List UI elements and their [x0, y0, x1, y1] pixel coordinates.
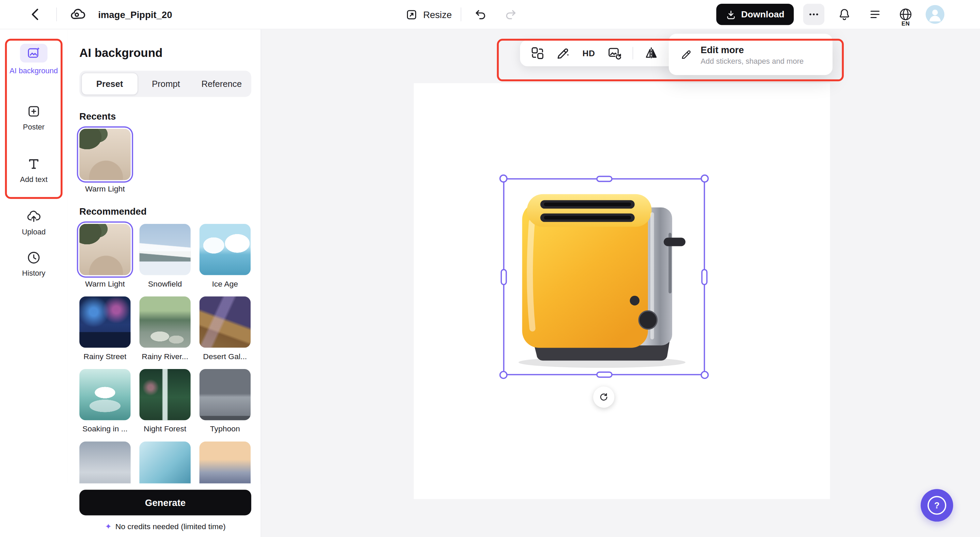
selection-handle-right[interactable]: [701, 269, 707, 285]
add-text-icon: [26, 156, 41, 171]
tab-reference[interactable]: Reference: [194, 73, 249, 95]
topbar-divider: [56, 8, 57, 21]
selection-handle-top[interactable]: [596, 176, 612, 182]
preset-label: Desert Gal...: [203, 352, 247, 361]
regenerate-image-button[interactable]: [607, 46, 622, 61]
more-options-button[interactable]: [803, 4, 824, 25]
edit-more-subtitle: Add stickers, shapes and more: [701, 57, 803, 65]
cloud-logo-icon: [70, 6, 86, 22]
toaster-image[interactable]: [505, 182, 705, 370]
preset-soaking[interactable]: [80, 369, 131, 421]
preset-desert-galaxy[interactable]: [200, 296, 251, 348]
sidebar-item-label: AI background: [10, 67, 58, 76]
preset-label: Soaking in ...: [83, 425, 128, 433]
recommended-grid: Warm Light Snowfield Ice Age Rainy Stree…: [80, 224, 251, 483]
eraser-button[interactable]: [556, 46, 571, 61]
tab-preset[interactable]: Preset: [81, 73, 138, 95]
tab-prompt[interactable]: Prompt: [138, 73, 194, 95]
topbar-divider: [461, 8, 461, 21]
document-title[interactable]: image_Pippit_20: [98, 9, 172, 20]
sidebar-item-ai-background[interactable]: AI background: [6, 44, 61, 76]
download-label: Download: [741, 10, 784, 19]
preset-label: Typhoon: [210, 425, 240, 433]
magic-pen-icon: [556, 46, 571, 61]
sidebar-item-poster[interactable]: Poster: [6, 104, 61, 132]
ai-background-icon: [20, 44, 48, 62]
globe-icon: [898, 7, 913, 22]
selection-handle-top-left[interactable]: [500, 174, 508, 183]
preset-label: Rainy River...: [142, 352, 188, 361]
resize-button[interactable]: Resize: [405, 8, 452, 21]
recent-warm-light[interactable]: [80, 129, 131, 180]
replace-icon: [530, 46, 545, 61]
sidebar-item-upload[interactable]: Upload: [6, 209, 61, 237]
sparkle-icon: ✦: [105, 522, 111, 531]
redo-icon: [504, 8, 517, 21]
preset-label: Night Forest: [144, 425, 186, 433]
selection-handle-bottom[interactable]: [596, 371, 612, 378]
replace-button[interactable]: [530, 46, 545, 61]
undo-icon: [474, 8, 487, 21]
preset-snowfield[interactable]: [139, 224, 191, 275]
upload-icon: [26, 209, 41, 224]
selection-box[interactable]: [503, 178, 705, 375]
hd-enhance-button[interactable]: HD: [581, 46, 596, 61]
preset-rainy-river[interactable]: [139, 296, 191, 348]
redo-button[interactable]: [500, 4, 521, 25]
panel-footer: Generate ✦No credits needed (limited tim…: [67, 483, 261, 537]
help-button[interactable]: ?: [921, 489, 953, 521]
rotate-icon: [598, 392, 609, 403]
selection-handle-bottom-right[interactable]: [701, 371, 709, 379]
edit-pencil-icon: [680, 48, 693, 61]
preset-ice-age[interactable]: [200, 224, 251, 275]
image-refresh-icon: [607, 46, 622, 61]
canvas-area: HD Edit more Add stickers, shapes and mo…: [261, 29, 980, 537]
panel-scroll-area[interactable]: AI background Preset Prompt Reference Re…: [67, 29, 261, 483]
preset-warm-light[interactable]: [80, 224, 131, 275]
preset-rainy-street[interactable]: [80, 296, 131, 348]
preset-label: Warm Light: [85, 184, 125, 193]
avatar[interactable]: [926, 5, 944, 24]
panel-title: AI background: [80, 46, 251, 61]
rotate-handle[interactable]: [593, 386, 614, 408]
preset-typhoon[interactable]: [200, 369, 251, 421]
language-button[interactable]: EN: [895, 4, 916, 25]
preset-label: Rainy Street: [83, 352, 126, 361]
resize-icon: [405, 8, 418, 21]
flip-button[interactable]: [644, 46, 659, 61]
generate-button[interactable]: Generate: [80, 490, 251, 515]
question-icon: ?: [928, 496, 946, 515]
back-button[interactable]: [25, 4, 46, 25]
topbar: image_Pippit_20 Resize Downloa: [0, 0, 980, 29]
history-icon: [26, 250, 41, 265]
app-root: image_Pippit_20 Resize Downloa: [0, 0, 980, 537]
preset-thumb-partial[interactable]: [80, 441, 131, 483]
download-button[interactable]: Download: [716, 4, 794, 25]
notifications-button[interactable]: [834, 4, 855, 25]
ai-background-panel: AI background Preset Prompt Reference Re…: [67, 29, 261, 537]
preset-night-forest[interactable]: [139, 369, 191, 421]
tasks-button[interactable]: [864, 4, 885, 25]
sidebar-item-add-text[interactable]: Add text: [6, 156, 61, 185]
recommended-heading: Recommended: [80, 206, 251, 217]
selection-handle-top-right[interactable]: [701, 174, 709, 183]
toolbar-divider: [633, 47, 633, 60]
undo-button[interactable]: [470, 4, 491, 25]
chevron-left-icon: [28, 7, 43, 22]
flip-horizontal-icon: [644, 46, 659, 61]
preset-thumb-partial[interactable]: [200, 441, 251, 483]
sidebar-item-history[interactable]: History: [6, 250, 61, 278]
selection-handle-left[interactable]: [501, 269, 507, 285]
download-icon: [725, 9, 736, 20]
sidebar: AI background Poster Add text Upload His…: [0, 29, 68, 537]
selection-handle-bottom-left[interactable]: [500, 371, 508, 379]
preset-label: Warm Light: [85, 279, 125, 288]
image-toolbar: HD: [520, 40, 694, 66]
poster-icon: [26, 104, 41, 119]
preset-thumb-partial[interactable]: [139, 441, 191, 483]
list-icon: [868, 8, 882, 21]
edit-more-menu-item[interactable]: Edit more Add stickers, shapes and more: [669, 34, 832, 75]
app-logo[interactable]: [67, 4, 88, 25]
hd-label: HD: [582, 48, 595, 58]
bell-icon: [838, 8, 851, 21]
